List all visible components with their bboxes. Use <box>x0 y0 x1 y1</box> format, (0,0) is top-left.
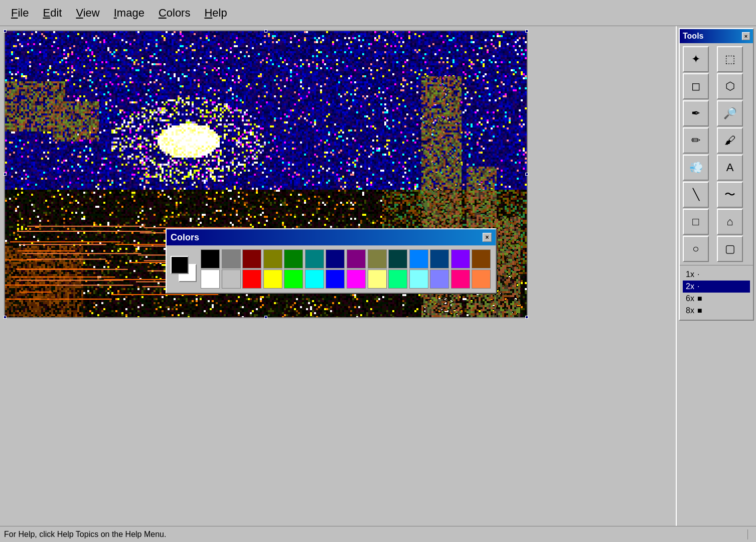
tools-title: Tools <box>683 32 703 41</box>
colors-body <box>167 245 496 293</box>
tool-polygon[interactable]: ⌂ <box>717 209 743 235</box>
selection-handle-right[interactable] <box>525 173 528 176</box>
zoom-option-8x[interactable]: 8x■ <box>683 305 750 317</box>
menu-view[interactable]: View <box>69 4 106 23</box>
status-text: For Help, click Help Topics on the Help … <box>4 530 743 539</box>
color-swatch-26[interactable] <box>451 269 470 289</box>
tool-rounded-rect[interactable]: ▢ <box>717 236 743 262</box>
tools-title-bar: Tools × <box>680 29 753 43</box>
colors-panel: Colors × <box>166 228 497 294</box>
color-swatch-18[interactable] <box>284 269 303 289</box>
color-swatch-1[interactable] <box>222 249 241 268</box>
colors-title: Colors <box>171 232 199 243</box>
menu-colors[interactable]: Colors <box>152 4 198 23</box>
tools-close-button[interactable]: × <box>742 32 750 40</box>
zoom-label: 1x <box>686 270 694 279</box>
foreground-color-box[interactable] <box>171 256 189 274</box>
selection-handle-tl[interactable] <box>4 30 7 33</box>
fg-bg-selector[interactable] <box>171 256 197 282</box>
selection-handle-tr[interactable] <box>525 30 528 33</box>
tool-text[interactable]: A <box>717 155 743 181</box>
color-swatch-7[interactable] <box>347 249 366 268</box>
tool-rectangle[interactable]: □ <box>683 209 709 235</box>
color-swatch-11[interactable] <box>430 249 449 268</box>
zoom-label: 6x <box>686 294 694 303</box>
tool-airbrush[interactable]: 💨 <box>683 155 709 181</box>
color-swatch-14[interactable] <box>201 269 220 289</box>
zoom-indicator: ■ <box>697 294 702 303</box>
tool-select-rect[interactable]: ⬚ <box>717 46 743 72</box>
selection-handle-br[interactable] <box>525 316 528 319</box>
zoom-indicator: ■ <box>697 306 702 315</box>
menu-file[interactable]: File <box>4 4 36 23</box>
tools-window: Tools × ✦⬚◻⬡✒🔎✏🖌💨A╲〜□⌂○▢ 1x·2x·6x■8x■ <box>679 28 754 321</box>
tool-magnifier[interactable]: 🔎 <box>717 100 743 126</box>
color-swatch-23[interactable] <box>388 269 407 289</box>
tools-panel: Tools × ✦⬚◻⬡✒🔎✏🖌💨A╲〜□⌂○▢ 1x·2x·6x■8x■ <box>676 26 756 526</box>
color-swatch-6[interactable] <box>326 249 345 268</box>
color-swatch-25[interactable] <box>430 269 449 289</box>
canvas-scroll-area: Colors × <box>0 26 676 526</box>
tool-fill[interactable]: ⬡ <box>717 73 743 99</box>
selection-handle-bottom[interactable] <box>264 316 267 319</box>
color-swatch-16[interactable] <box>242 269 261 289</box>
tool-eraser[interactable]: ◻ <box>683 73 709 99</box>
color-swatch-9[interactable] <box>388 249 407 268</box>
tools-grid: ✦⬚◻⬡✒🔎✏🖌💨A╲〜□⌂○▢ <box>680 43 753 265</box>
color-swatch-27[interactable] <box>472 269 491 289</box>
zoom-section: 1x·2x·6x■8x■ <box>680 265 753 320</box>
status-divider <box>747 529 748 539</box>
zoom-indicator: · <box>697 282 699 291</box>
selection-handle-top[interactable] <box>264 30 267 33</box>
color-swatch-24[interactable] <box>409 269 428 289</box>
status-bar: For Help, click Help Topics on the Help … <box>0 526 756 542</box>
color-swatch-15[interactable] <box>222 269 241 289</box>
zoom-option-2x[interactable]: 2x· <box>683 281 750 293</box>
tool-line[interactable]: ╲ <box>683 182 709 208</box>
tool-curve[interactable]: 〜 <box>717 182 743 208</box>
colors-title-bar: Colors × <box>167 229 496 245</box>
menu-help[interactable]: Help <box>197 4 234 23</box>
color-swatch-4[interactable] <box>284 249 303 268</box>
color-swatch-3[interactable] <box>263 249 282 268</box>
tool-brush[interactable]: 🖌 <box>717 127 743 154</box>
tool-ellipse[interactable]: ○ <box>683 236 709 262</box>
color-swatch-21[interactable] <box>347 269 366 289</box>
color-swatch-19[interactable] <box>305 269 324 289</box>
color-swatch-20[interactable] <box>326 269 345 289</box>
zoom-indicator: · <box>697 270 699 279</box>
selection-handle-left[interactable] <box>4 173 7 176</box>
menu-image[interactable]: Image <box>107 4 152 23</box>
color-swatch-8[interactable] <box>368 249 387 268</box>
menu-bar: File Edit View Image Colors Help <box>0 0 756 26</box>
color-swatch-22[interactable] <box>368 269 387 289</box>
zoom-label: 2x <box>686 282 694 291</box>
tool-pencil[interactable]: ✏ <box>683 127 709 154</box>
tool-select-poly[interactable]: ✦ <box>683 46 709 72</box>
menu-edit[interactable]: Edit <box>36 4 69 23</box>
color-swatch-0[interactable] <box>201 249 220 268</box>
color-swatch-13[interactable] <box>472 249 491 268</box>
zoom-label: 8x <box>686 306 694 315</box>
colors-close-button[interactable]: × <box>483 233 492 242</box>
color-swatch-2[interactable] <box>242 249 261 268</box>
palette-grid <box>201 249 492 289</box>
canvas-area: Colors × <box>0 26 676 324</box>
tool-eyedropper[interactable]: ✒ <box>683 100 709 126</box>
zoom-option-6x[interactable]: 6x■ <box>683 293 750 305</box>
zoom-option-1x[interactable]: 1x· <box>683 268 750 281</box>
color-swatch-17[interactable] <box>263 269 282 289</box>
main-area: Colors × Tools × <box>0 26 756 526</box>
color-swatch-12[interactable] <box>451 249 470 268</box>
selection-handle-bl[interactable] <box>4 316 7 319</box>
color-swatch-10[interactable] <box>409 249 428 268</box>
color-swatch-5[interactable] <box>305 249 324 268</box>
